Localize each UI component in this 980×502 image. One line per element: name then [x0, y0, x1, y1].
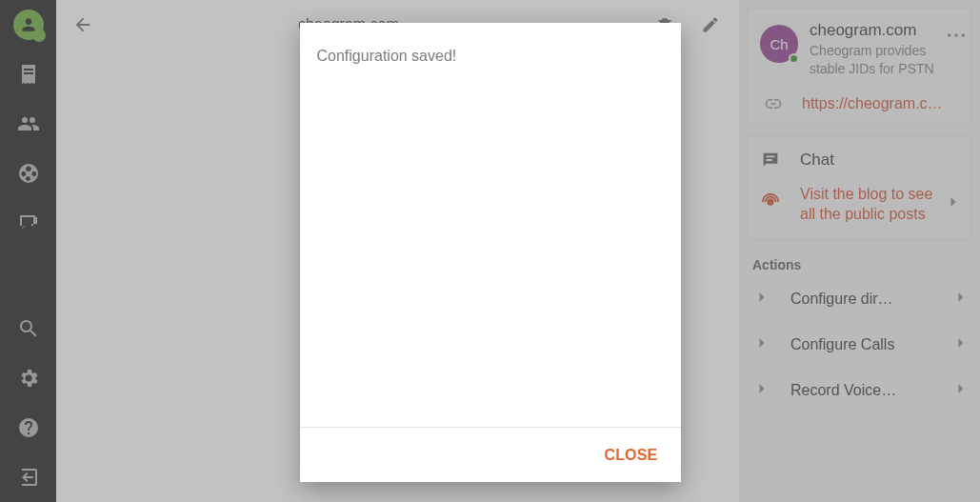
modal-message: Configuration saved!: [300, 23, 681, 427]
modal-dialog: Configuration saved! CLOSE: [300, 23, 681, 482]
modal-overlay: Configuration saved! CLOSE: [0, 0, 980, 502]
modal-close-button[interactable]: CLOSE: [604, 447, 657, 464]
